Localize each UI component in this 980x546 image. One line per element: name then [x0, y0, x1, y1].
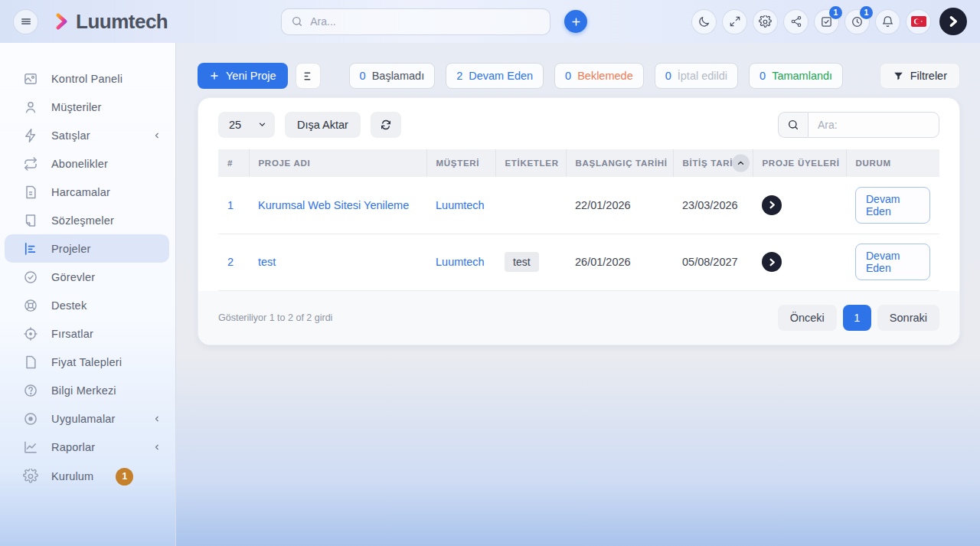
target-icon: [23, 326, 38, 342]
project-name-link[interactable]: test: [258, 256, 276, 268]
sidebar-item-label: Kurulum: [51, 470, 93, 482]
page-size-select[interactable]: 25: [218, 112, 275, 138]
sidebar-item-label: Fırsatlar: [51, 328, 93, 340]
col-num[interactable]: #: [218, 149, 249, 177]
table-footer: Gösteriliyor 1 to 2 of 2 girdi Önceki 1 …: [198, 291, 959, 345]
table-row: 2 test Luumtech test 26/01/2026 05/08/20…: [218, 234, 939, 290]
tasks-button[interactable]: 1: [814, 9, 839, 34]
sidebar-item-harcamalar[interactable]: Harcamalar: [5, 178, 169, 206]
previous-page-button[interactable]: Önceki: [778, 305, 837, 331]
search-icon: [778, 112, 808, 138]
pill-label: Devam Eden: [469, 70, 533, 82]
tags-cell: [495, 177, 566, 234]
sidebar-item-gorevler[interactable]: Görevler: [5, 263, 169, 291]
col-baslangic-tarihi[interactable]: BAŞLANGIÇ TARİHİ: [566, 149, 673, 177]
file-icon: [23, 355, 38, 370]
sidebar-item-label: Raporlar: [51, 441, 95, 453]
col-musteri[interactable]: MÜŞTERİ: [426, 149, 495, 177]
expand-icon: [729, 15, 741, 28]
repeat-icon: [23, 156, 38, 172]
contract-icon: [23, 213, 38, 228]
notifications-button[interactable]: [875, 9, 900, 34]
tags-cell: test: [495, 234, 566, 290]
top-icon-group: 1 1: [691, 8, 967, 35]
dark-mode-button[interactable]: [691, 9, 717, 34]
status-badge[interactable]: Devam Eden: [855, 244, 930, 280]
sidebar-item-label: Abonelikler: [51, 158, 108, 170]
brand-logo[interactable]: Luumtech: [52, 10, 168, 34]
start-date: 22/01/2026: [566, 177, 673, 234]
status-pill-baslamadi[interactable]: 0 Başlamadı: [349, 63, 436, 89]
refresh-icon: [380, 119, 392, 131]
view-list-button[interactable]: [296, 63, 321, 89]
status-badge[interactable]: Devam Eden: [855, 187, 930, 224]
status-pill-tamamlandi[interactable]: 0 Tamamlandı: [749, 63, 843, 89]
search-icon: [291, 15, 303, 28]
customer-link[interactable]: Luumtech: [436, 256, 485, 268]
logo-chevron-icon: [52, 12, 70, 31]
chevron-left-icon: [152, 443, 162, 452]
sidebar-item-sozlesmeler[interactable]: Sözleşmeler: [5, 206, 169, 234]
project-member-avatar[interactable]: [762, 195, 782, 215]
table-search-input[interactable]: [808, 112, 939, 138]
sidebar-item-label: Projeler: [51, 243, 91, 255]
sidebar-item-label: Satışlar: [51, 129, 90, 142]
col-etiketler[interactable]: ETİKETLER: [495, 149, 566, 177]
tag-chip: test: [505, 252, 539, 272]
col-durum[interactable]: DURUM: [846, 149, 939, 177]
status-pill-beklemede[interactable]: 0 Beklemede: [554, 63, 644, 89]
filters-button[interactable]: Filtreler: [880, 63, 960, 89]
sidebar-item-musteriler[interactable]: Müşteriler: [5, 93, 169, 121]
bar-chart-icon: [23, 241, 38, 257]
sidebar-item-uygulamalar[interactable]: Uygulamalar: [5, 404, 169, 433]
disc-icon: [23, 411, 38, 427]
settings-button[interactable]: [753, 9, 778, 34]
brand-name: Luumtech: [76, 10, 168, 34]
sidebar-item-bilgi-merkezi[interactable]: Bilgi Merkezi: [5, 376, 169, 404]
sidebar-item-projeler[interactable]: Projeler: [5, 234, 169, 263]
pill-count: 2: [456, 70, 462, 82]
avatar-chevron-icon: [768, 201, 776, 209]
project-name-link[interactable]: Kurumsal Web Sitesi Yenileme: [258, 199, 409, 211]
sidebar-item-label: Harcamalar: [51, 186, 110, 198]
menu-toggle-button[interactable]: [13, 9, 38, 34]
global-search-input[interactable]: [310, 15, 541, 28]
table-header-row: # PROJE ADI MÜŞTERİ ETİKETLER BAŞLANGIÇ …: [218, 149, 939, 177]
gear-icon: [23, 469, 38, 484]
timer-button[interactable]: 1: [844, 9, 870, 34]
next-page-button[interactable]: Sonraki: [877, 305, 939, 331]
project-member-avatar[interactable]: [762, 252, 782, 272]
user-avatar[interactable]: [939, 8, 967, 35]
sort-ascending-button[interactable]: [732, 155, 750, 172]
col-proje-adi[interactable]: PROJE ADI: [249, 149, 426, 177]
sidebar-item-kontrol-paneli[interactable]: Kontrol Paneli: [5, 64, 169, 93]
pill-count: 0: [565, 70, 571, 82]
refresh-button[interactable]: [371, 112, 401, 138]
filters-label: Filtreler: [910, 70, 947, 82]
fullscreen-button[interactable]: [722, 9, 747, 34]
sidebar-item-firsatlar[interactable]: Fırsatlar: [5, 319, 169, 348]
quick-add-button[interactable]: [564, 10, 587, 33]
sidebar-item-kurulum[interactable]: Kurulum 1: [5, 461, 169, 492]
col-bitis-tarihi[interactable]: BİTİŞ TARİHİ: [673, 149, 753, 177]
sidebar-item-abonelikler[interactable]: Abonelikler: [5, 149, 169, 178]
life-buoy-icon: [23, 298, 38, 313]
sidebar-item-satislar[interactable]: Satışlar: [5, 121, 169, 149]
status-pill-iptal-edildi[interactable]: 0 İptal edildi: [655, 63, 738, 89]
col-proje-uyeleri[interactable]: PROJE ÜYELERİ: [753, 149, 846, 177]
language-button[interactable]: [906, 9, 931, 34]
sidebar-item-fiyat-talepleri[interactable]: Fiyat Talepleri: [5, 348, 169, 376]
customer-link[interactable]: Luumtech: [436, 199, 485, 211]
new-project-button[interactable]: Yeni Proje: [198, 63, 288, 89]
sidebar-item-destek[interactable]: Destek: [5, 291, 169, 319]
export-button[interactable]: Dışa Aktar: [285, 112, 361, 138]
user-icon: [23, 100, 38, 115]
projects-table-card: 25 Dışa Aktar: [198, 97, 960, 345]
page-size-select-wrap: 25: [218, 112, 275, 138]
global-search[interactable]: [281, 8, 550, 35]
sidebar-item-label: Fiyat Talepleri: [51, 356, 122, 368]
page-1-button[interactable]: 1: [843, 305, 871, 331]
status-pill-devam-eden[interactable]: 2 Devam Eden: [446, 63, 544, 89]
sidebar-item-raporlar[interactable]: Raporlar: [5, 433, 169, 461]
share-button[interactable]: [783, 9, 808, 34]
